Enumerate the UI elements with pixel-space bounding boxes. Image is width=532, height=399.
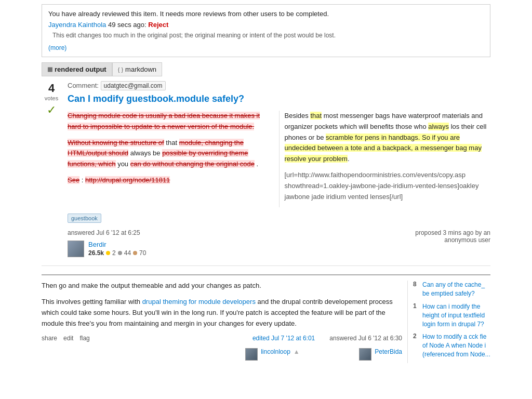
comment-value: udatgtec@gmail.com [101, 81, 166, 90]
notice-action: Reject [148, 21, 168, 29]
answerer-user-card: PeterBida [359, 348, 402, 361]
sidebar-num-3: 2 [413, 332, 419, 358]
answered-date: answered Jul 6 '12 at 6:25 [68, 229, 146, 236]
sidebar-item-1: 8 Can any of the cache_ be emptied safel… [413, 281, 490, 298]
edit-link[interactable]: edit [63, 335, 73, 342]
sidebar-num-2: 1 [413, 302, 419, 328]
normal-text-3a: : [82, 176, 85, 184]
comment-line: Comment: udatgtec@gmail.com [68, 82, 490, 89]
tag-guestbook[interactable]: guestbook [68, 214, 101, 223]
lower-para: This involves getting familiar with drup… [42, 297, 402, 329]
del-text-1: Changing module code is usually a bad id… [68, 112, 260, 130]
del-text-3b: http://drupal.org/node/11811 [85, 176, 170, 184]
proposed-user: anonymous user [444, 236, 490, 244]
bronze-count: 70 [139, 249, 146, 257]
rep-score: 26.5k [88, 249, 104, 257]
notice-reason: This edit changes too much in the origin… [48, 32, 484, 39]
sidebar-item-3: 2 How to modify a cck fie of Node A when… [413, 332, 490, 358]
normal-text-2b: always be [130, 149, 162, 157]
diff-right-para-2: [url=http://www.faithopendoorministries.… [285, 170, 491, 202]
meta-right: proposed 3 mins ago by an anonymous user [415, 229, 490, 244]
editor-avatar [245, 348, 258, 361]
notice-main-text: You have already reviewed this item. It … [48, 10, 484, 18]
comment-label: Comment: [68, 82, 99, 89]
flag-link[interactable]: flag [79, 335, 89, 342]
sidebar-item-2: 1 How can i modify the height of input t… [413, 302, 490, 328]
answerer-name: PeterBida [375, 348, 402, 355]
lower-row: Then go and make the output themeable an… [42, 281, 490, 363]
right-text-normal-4: . [348, 155, 350, 163]
answerer-avatar [359, 348, 371, 361]
avatar [68, 241, 84, 257]
tab-markdown-label: markdown [125, 65, 156, 73]
bronze-badge-icon [133, 251, 137, 255]
review-notice: You have already reviewed this item. It … [42, 4, 490, 57]
silver-badge-icon [118, 251, 122, 255]
accepted-check: ✓ [47, 103, 56, 117]
sidebar-link-2[interactable]: How can i modify the height of input tex… [422, 302, 490, 328]
proposed-text: proposed 3 mins ago by an [415, 229, 490, 236]
post-content: Comment: udatgtec@gmail.com Can I modify… [68, 82, 490, 257]
user-card: Berdir 26.5k 2 44 70 [68, 241, 146, 257]
user-link[interactable]: Berdir [88, 241, 146, 248]
user-info: Berdir 26.5k 2 44 70 [88, 241, 146, 257]
sidebar-num-1: 8 [413, 281, 419, 298]
lower-section: Then go and make the output themeable an… [42, 274, 490, 363]
post-title: Can I modify guestbook.module safely? [68, 94, 490, 104]
editor-name-bullet: ▲ [294, 348, 300, 355]
share-link[interactable]: share [42, 335, 57, 342]
main-area: 4 votes ✓ Comment: udatgtec@gmail.com Ca… [42, 82, 490, 363]
tab-markdown[interactable]: { } markdown [112, 62, 162, 76]
edited-link[interactable]: edited Jul 7 '12 at 6:01 [252, 335, 315, 342]
diff-para-2: Without knowing the structure of that mo… [68, 138, 274, 170]
editor-user-card: lincolnloop ▲ [245, 348, 300, 361]
vote-column: 4 votes ✓ [42, 82, 68, 257]
drupal-theming-link[interactable]: drupal theming for module developers [142, 298, 256, 305]
meta-left: answered Jul 6 '12 at 6:25 Berdir 26.5k … [68, 229, 146, 257]
notice-reviewed-time: 49 secs ago: [108, 21, 147, 29]
action-bar: share edit flag edited Jul 7 '12 at 6:01… [42, 335, 402, 342]
right-text-normal-1: Besides [285, 112, 311, 119]
reviewer-link[interactable]: Jayendra Kainthola [48, 21, 106, 29]
notice-reviewer-line: Jayendra Kainthola 49 secs ago: Reject [48, 21, 484, 29]
lower-sidebar: 8 Can any of the cache_ be emptied safel… [407, 281, 490, 363]
rep-bar: 26.5k 2 44 70 [88, 249, 146, 257]
diff-para-3: See : http://drupal.org/node/11811 [68, 175, 274, 186]
right-url-text: [url=http://www.faithopendoorministries.… [285, 171, 479, 201]
answered-row: lincolnloop ▲ PeterBida [42, 348, 402, 361]
del-text-3a: See [68, 176, 79, 184]
diff-right: Besides that most messenger bags have wa… [279, 111, 491, 207]
normal-text-2c: you [117, 160, 130, 168]
silver-count: 44 [124, 249, 131, 257]
vote-label: votes [45, 95, 58, 101]
tab-rendered-output[interactable]: ▦ rendered output [42, 62, 112, 76]
gold-badge-icon [106, 251, 110, 255]
diff-right-para-1: Besides that most messenger bags have wa… [285, 111, 491, 165]
avatar-image [68, 241, 84, 257]
gold-count: 2 [112, 249, 116, 257]
edit-meta: edited Jul 7 '12 at 6:01 [252, 335, 315, 342]
diff-left: Changing module code is usually a bad id… [68, 111, 279, 207]
meta-bar: answered Jul 6 '12 at 6:25 Berdir 26.5k … [68, 229, 490, 257]
diff-container: Changing module code is usually a bad id… [68, 111, 490, 207]
vote-count: 4 [48, 82, 55, 95]
more-link[interactable]: (more) [48, 44, 66, 51]
del-text-2a: Without knowing the structure of [68, 139, 164, 147]
sidebar-link-1[interactable]: Can any of the cache_ be emptied safely? [422, 281, 490, 298]
diff-para-1: Changing module code is usually a bad id… [68, 111, 274, 132]
right-text-highlight-2: always [428, 123, 449, 130]
sidebar-link-3[interactable]: How to modify a cck fie of Node A when N… [422, 332, 490, 358]
post-area: 4 votes ✓ Comment: udatgtec@gmail.com Ca… [42, 82, 490, 257]
divider [42, 265, 490, 266]
lower-intro: Then go and make the output themeable an… [42, 281, 402, 291]
del-text-2d: can do without changing the original cod… [130, 160, 255, 168]
code-icon: { } [118, 66, 123, 73]
lower-main: Then go and make the output themeable an… [42, 281, 402, 363]
normal-text-2d: . [257, 160, 259, 168]
tag-bar: guestbook [68, 214, 490, 223]
answered-meta: answered Jul 6 '12 at 6:30 [329, 335, 402, 342]
tab-bar: ▦ rendered output { } markdown [42, 62, 490, 76]
right-text-highlight-1: that [310, 112, 322, 119]
editor-name: lincolnloop [261, 348, 290, 355]
normal-text-2a: that [166, 139, 179, 147]
